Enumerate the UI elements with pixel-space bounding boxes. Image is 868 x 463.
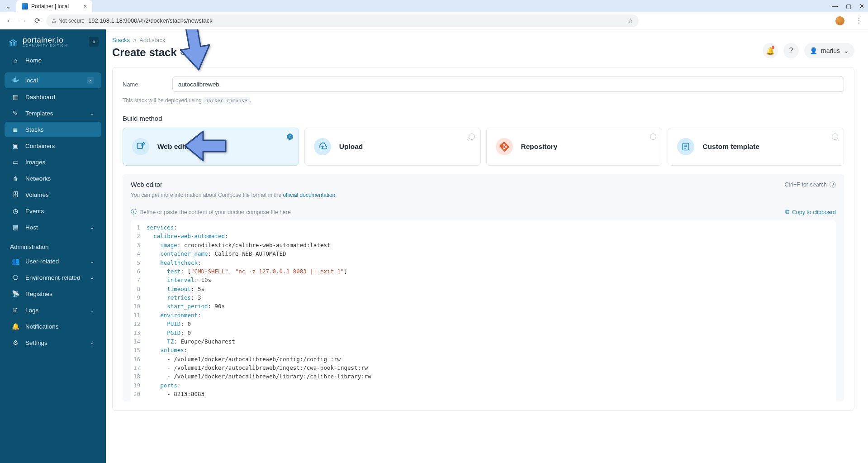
users-icon: 👥 (12, 258, 19, 265)
editor-define-hint: ⓘ Define or paste the content of your do… (131, 208, 291, 216)
sidebar-item-label: User-related (25, 258, 59, 265)
sidebar-item-host[interactable]: ▤Host⌄ (5, 220, 101, 235)
warning-icon: ⚠ (52, 18, 57, 24)
method-label: Web editor (157, 143, 194, 151)
browser-tab-bar: ⌄ Portainer | local × — ▢ ✕ (0, 0, 868, 12)
sidebar-item-templates[interactable]: ✎Templates⌄ (5, 105, 101, 121)
breadcrumb-root[interactable]: Stacks (112, 37, 130, 43)
back-button[interactable]: ← (5, 17, 14, 25)
build-methods: Web editor ✓ Upload Repository (123, 128, 844, 166)
sidebar-item-label: Registries (25, 291, 52, 297)
build-method-heading: Build method (123, 115, 844, 122)
notification-dot (772, 46, 774, 49)
radio-unselected (650, 134, 656, 140)
sidebar-item-user-related[interactable]: 👥User-related⌄ (5, 253, 101, 269)
home-icon: ⌂ (12, 57, 19, 64)
portainer-logo[interactable]: portainer.io COMMUNITY EDITION (7, 36, 67, 48)
volumes-icon: 🗄 (12, 191, 19, 198)
radio-unselected (469, 134, 475, 140)
sidebar-item-containers[interactable]: ▣Containers (5, 138, 101, 153)
method-repository[interactable]: Repository (486, 128, 663, 166)
name-label: Name (123, 81, 163, 88)
logs-icon: 🗎 (12, 306, 19, 314)
sidebar-item-label: Dashboard (25, 94, 55, 100)
main-content: Stacks > Add stack 🔔 ? 👤 marius ⌄ Create… (106, 29, 868, 463)
profile-avatar[interactable] (835, 16, 844, 25)
chevron-down-icon[interactable]: ⌄ (5, 3, 11, 10)
sidebar-item-env-related[interactable]: ⎔Environment-related⌄ (5, 270, 101, 285)
sidebar-item-stacks[interactable]: ≣Stacks (5, 122, 101, 137)
chevron-down-icon: ⌄ (90, 110, 94, 116)
docker-icon (12, 76, 19, 84)
bell-icon: 🔔 (12, 323, 19, 330)
sidebar: portainer.io COMMUNITY EDITION « ⌂ Home … (0, 29, 106, 463)
compose-editor[interactable]: 1234567891011121314151617181920 services… (131, 220, 836, 401)
sidebar-item-label: Networks (25, 175, 51, 182)
method-label: Custom template (702, 143, 759, 151)
sidebar-item-volumes[interactable]: 🗄Volumes (5, 187, 101, 202)
env-icon: ⎔ (12, 274, 19, 281)
sidebar-item-notifications[interactable]: 🔔Notifications (5, 319, 101, 334)
sidebar-item-logs[interactable]: 🗎Logs⌄ (5, 302, 101, 318)
template-icon (677, 138, 694, 155)
chevron-down-icon: ⌄ (90, 275, 94, 281)
method-upload[interactable]: Upload (304, 128, 481, 166)
refresh-icon[interactable]: ⟳ (180, 48, 186, 57)
sidebar-item-dashboard[interactable]: ▦Dashboard (5, 89, 101, 105)
method-web-editor[interactable]: Web editor ✓ (123, 128, 299, 166)
events-icon: ◷ (12, 207, 19, 215)
upload-icon (314, 138, 331, 155)
chevron-down-icon: ⌄ (90, 224, 94, 230)
window-controls: — ▢ ✕ (832, 3, 864, 10)
host-icon: ▤ (12, 224, 19, 231)
sidebar-item-home[interactable]: ⌂ Home (5, 53, 101, 68)
images-icon: ▭ (12, 158, 19, 166)
user-menu[interactable]: 👤 marius ⌄ (804, 43, 854, 58)
sidebar-item-label: Settings (25, 339, 47, 346)
close-tab-icon[interactable]: × (83, 3, 87, 10)
svg-rect-1 (14, 79, 15, 80)
radio-unselected (832, 134, 838, 140)
editor-search-hint: Ctrl+F for search ? (785, 181, 836, 188)
minimize-icon[interactable]: — (832, 3, 838, 10)
stack-name-input[interactable] (172, 76, 844, 92)
notifications-button[interactable]: 🔔 (763, 43, 778, 58)
sidebar-environment-local[interactable]: local × (5, 72, 101, 88)
browser-menu-icon[interactable]: ⋮ (855, 16, 863, 25)
official-documentation-link[interactable]: official documentation (283, 192, 335, 198)
logo-subtitle: COMMUNITY EDITION (23, 44, 67, 47)
chevron-down-icon: ⌄ (844, 47, 849, 54)
browser-tab[interactable]: Portainer | local × (16, 0, 92, 12)
sidebar-item-registries[interactable]: 📡Registries (5, 286, 101, 301)
deploy-hint: This stack will be deployed using docker… (123, 97, 844, 104)
sidebar-item-events[interactable]: ◷Events (5, 203, 101, 219)
reload-button[interactable]: ⟳ (33, 16, 42, 25)
copy-to-clipboard-button[interactable]: ⧉ Copy to clipboard (785, 209, 836, 215)
not-secure-badge[interactable]: ⚠ Not secure (52, 18, 85, 24)
user-icon: 👤 (810, 47, 817, 54)
sidebar-item-label: Containers (25, 143, 55, 149)
sidebar-item-images[interactable]: ▭Images (5, 154, 101, 170)
sidebar-item-networks[interactable]: ⋔Networks (5, 171, 101, 186)
method-custom-template[interactable]: Custom template (668, 128, 844, 166)
collapse-sidebar-button[interactable]: « (89, 37, 99, 47)
sidebar-item-label: Environment-related (25, 274, 81, 281)
sidebar-item-label: Volumes (25, 191, 49, 198)
bookmark-star-icon[interactable]: ☆ (628, 17, 633, 24)
method-label: Upload (339, 143, 363, 151)
web-editor-panel: Web editor Ctrl+F for search ? You can g… (123, 174, 844, 401)
close-env-icon[interactable]: × (87, 77, 94, 84)
address-bar[interactable]: ⚠ Not secure 192.168.1.18:9000/#!/2/dock… (46, 14, 639, 27)
help-button[interactable]: ? (783, 43, 799, 58)
help-icon[interactable]: ? (830, 181, 836, 188)
info-icon: ⓘ (131, 208, 137, 216)
sidebar-item-settings[interactable]: ⚙Settings⌄ (5, 335, 101, 350)
close-window-icon[interactable]: ✕ (859, 3, 864, 10)
forward-button: → (19, 17, 28, 25)
sidebar-item-label: Notifications (25, 323, 59, 330)
dashboard-icon: ▦ (12, 93, 19, 100)
maximize-icon[interactable]: ▢ (846, 3, 851, 10)
method-label: Repository (521, 143, 558, 151)
sidebar-item-label: Home (25, 57, 42, 64)
sidebar-item-label: Host (25, 224, 38, 231)
